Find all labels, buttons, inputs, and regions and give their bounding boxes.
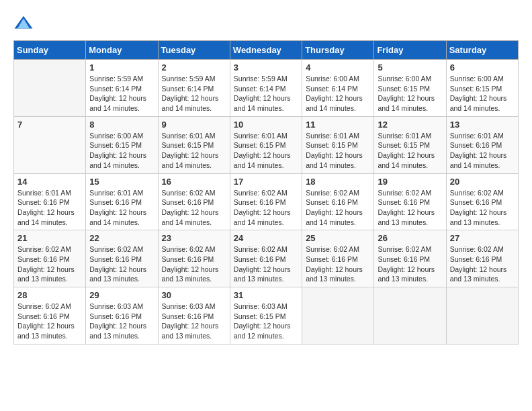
day-info: Sunrise: 6:00 AM Sunset: 6:15 PM Dayligh… <box>450 74 515 113</box>
day-info: Sunrise: 6:02 AM Sunset: 6:16 PM Dayligh… <box>306 188 370 228</box>
day-number: 2 <box>162 62 226 73</box>
day-info: Sunrise: 6:02 AM Sunset: 6:16 PM Dayligh… <box>162 188 226 228</box>
calendar-cell: 14Sunrise: 6:01 AM Sunset: 6:16 PM Dayli… <box>14 173 86 230</box>
calendar-header-friday: Friday <box>374 41 446 60</box>
calendar-cell <box>446 287 518 345</box>
day-info: Sunrise: 6:03 AM Sunset: 6:16 PM Dayligh… <box>162 302 226 341</box>
day-number: 9 <box>162 120 226 130</box>
day-number: 1 <box>89 62 154 73</box>
logo-icon <box>13 13 34 34</box>
day-number: 30 <box>162 290 226 300</box>
day-number: 15 <box>89 177 154 187</box>
day-number: 21 <box>17 233 82 243</box>
calendar-cell: 24Sunrise: 6:02 AM Sunset: 6:16 PM Dayli… <box>230 230 302 287</box>
day-info: Sunrise: 6:02 AM Sunset: 6:16 PM Dayligh… <box>234 244 298 284</box>
day-info: Sunrise: 6:03 AM Sunset: 6:15 PM Dayligh… <box>234 302 298 341</box>
day-number: 25 <box>306 233 370 243</box>
calendar-cell: 15Sunrise: 6:01 AM Sunset: 6:16 PM Dayli… <box>86 173 158 230</box>
calendar-cell: 23Sunrise: 6:02 AM Sunset: 6:16 PM Dayli… <box>158 230 230 287</box>
day-info: Sunrise: 5:59 AM Sunset: 6:14 PM Dayligh… <box>234 74 298 113</box>
calendar-header-saturday: Saturday <box>446 41 518 60</box>
day-info: Sunrise: 6:03 AM Sunset: 6:16 PM Dayligh… <box>89 302 154 341</box>
calendar-cell: 3Sunrise: 5:59 AM Sunset: 6:14 PM Daylig… <box>230 60 302 117</box>
calendar-header-row: SundayMondayTuesdayWednesdayThursdayFrid… <box>14 41 519 60</box>
calendar-cell: 13Sunrise: 6:01 AM Sunset: 6:16 PM Dayli… <box>446 116 518 173</box>
day-number: 7 <box>17 120 82 130</box>
calendar-cell: 8Sunrise: 6:00 AM Sunset: 6:15 PM Daylig… <box>86 116 158 173</box>
day-info: Sunrise: 6:02 AM Sunset: 6:16 PM Dayligh… <box>17 302 82 341</box>
calendar-week-4: 21Sunrise: 6:02 AM Sunset: 6:16 PM Dayli… <box>14 230 519 287</box>
calendar-cell: 27Sunrise: 6:02 AM Sunset: 6:16 PM Dayli… <box>446 230 518 287</box>
day-number: 22 <box>89 233 154 243</box>
day-number: 13 <box>450 120 515 130</box>
calendar-cell: 30Sunrise: 6:03 AM Sunset: 6:16 PM Dayli… <box>158 287 230 345</box>
calendar-cell: 22Sunrise: 6:02 AM Sunset: 6:16 PM Dayli… <box>86 230 158 287</box>
day-number: 24 <box>234 233 298 243</box>
day-info: Sunrise: 5:59 AM Sunset: 6:14 PM Dayligh… <box>89 74 154 113</box>
day-info: Sunrise: 6:01 AM Sunset: 6:15 PM Dayligh… <box>378 131 442 171</box>
calendar-header-sunday: Sunday <box>14 41 86 60</box>
calendar-cell <box>14 60 86 117</box>
day-number: 31 <box>234 290 298 300</box>
day-info: Sunrise: 6:02 AM Sunset: 6:16 PM Dayligh… <box>162 244 226 284</box>
calendar-cell: 28Sunrise: 6:02 AM Sunset: 6:16 PM Dayli… <box>14 287 86 345</box>
day-info: Sunrise: 6:01 AM Sunset: 6:16 PM Dayligh… <box>450 131 515 171</box>
calendar-cell: 11Sunrise: 6:01 AM Sunset: 6:15 PM Dayli… <box>302 116 374 173</box>
calendar-cell: 29Sunrise: 6:03 AM Sunset: 6:16 PM Dayli… <box>86 287 158 345</box>
calendar-cell: 2Sunrise: 5:59 AM Sunset: 6:14 PM Daylig… <box>158 60 230 117</box>
day-number: 17 <box>234 177 298 187</box>
day-info: Sunrise: 5:59 AM Sunset: 6:14 PM Dayligh… <box>162 74 226 113</box>
logo <box>13 13 36 34</box>
day-number: 10 <box>234 120 298 130</box>
day-number: 26 <box>378 233 442 243</box>
day-info: Sunrise: 6:00 AM Sunset: 6:15 PM Dayligh… <box>378 74 442 113</box>
day-info: Sunrise: 6:02 AM Sunset: 6:16 PM Dayligh… <box>378 188 442 228</box>
calendar-cell <box>302 287 374 345</box>
calendar-header-monday: Monday <box>86 41 158 60</box>
calendar-cell: 17Sunrise: 6:02 AM Sunset: 6:16 PM Dayli… <box>230 173 302 230</box>
day-number: 19 <box>378 177 442 187</box>
day-number: 28 <box>17 290 82 300</box>
day-info: Sunrise: 6:02 AM Sunset: 6:16 PM Dayligh… <box>450 244 515 284</box>
calendar-header-wednesday: Wednesday <box>230 41 302 60</box>
day-info: Sunrise: 6:01 AM Sunset: 6:15 PM Dayligh… <box>306 131 370 171</box>
day-number: 4 <box>306 62 370 73</box>
calendar-cell: 5Sunrise: 6:00 AM Sunset: 6:15 PM Daylig… <box>374 60 446 117</box>
calendar-week-2: 78Sunrise: 6:00 AM Sunset: 6:15 PM Dayli… <box>14 116 519 173</box>
calendar-cell: 20Sunrise: 6:02 AM Sunset: 6:16 PM Dayli… <box>446 173 518 230</box>
calendar-cell: 21Sunrise: 6:02 AM Sunset: 6:16 PM Dayli… <box>14 230 86 287</box>
day-number: 5 <box>378 62 442 73</box>
day-number: 12 <box>378 120 442 130</box>
day-info: Sunrise: 6:02 AM Sunset: 6:16 PM Dayligh… <box>89 244 154 284</box>
calendar-week-5: 28Sunrise: 6:02 AM Sunset: 6:16 PM Dayli… <box>14 287 519 345</box>
day-number: 20 <box>450 177 515 187</box>
calendar-cell: 4Sunrise: 6:00 AM Sunset: 6:14 PM Daylig… <box>302 60 374 117</box>
day-info: Sunrise: 6:02 AM Sunset: 6:16 PM Dayligh… <box>234 188 298 228</box>
calendar-cell: 6Sunrise: 6:00 AM Sunset: 6:15 PM Daylig… <box>446 60 518 117</box>
day-info: Sunrise: 6:00 AM Sunset: 6:15 PM Dayligh… <box>89 131 154 171</box>
day-info: Sunrise: 6:01 AM Sunset: 6:16 PM Dayligh… <box>17 188 82 228</box>
day-number: 11 <box>306 120 370 130</box>
calendar-header-tuesday: Tuesday <box>158 41 230 60</box>
day-info: Sunrise: 6:01 AM Sunset: 6:15 PM Dayligh… <box>162 131 226 171</box>
day-info: Sunrise: 6:00 AM Sunset: 6:14 PM Dayligh… <box>306 74 370 113</box>
calendar-cell: 26Sunrise: 6:02 AM Sunset: 6:16 PM Dayli… <box>374 230 446 287</box>
day-info: Sunrise: 6:02 AM Sunset: 6:16 PM Dayligh… <box>17 244 82 284</box>
day-number: 8 <box>89 120 154 130</box>
day-number: 16 <box>162 177 226 187</box>
calendar-cell <box>374 287 446 345</box>
calendar-header-thursday: Thursday <box>302 41 374 60</box>
calendar-cell: 1Sunrise: 5:59 AM Sunset: 6:14 PM Daylig… <box>86 60 158 117</box>
day-info: Sunrise: 6:02 AM Sunset: 6:16 PM Dayligh… <box>450 188 515 228</box>
calendar-cell: 10Sunrise: 6:01 AM Sunset: 6:15 PM Dayli… <box>230 116 302 173</box>
calendar-table: SundayMondayTuesdayWednesdayThursdayFrid… <box>13 40 519 345</box>
day-info: Sunrise: 6:01 AM Sunset: 6:16 PM Dayligh… <box>89 188 154 228</box>
calendar-cell: 31Sunrise: 6:03 AM Sunset: 6:15 PM Dayli… <box>230 287 302 345</box>
day-number: 6 <box>450 62 515 73</box>
day-number: 23 <box>162 233 226 243</box>
calendar-week-3: 14Sunrise: 6:01 AM Sunset: 6:16 PM Dayli… <box>14 173 519 230</box>
calendar-week-1: 1Sunrise: 5:59 AM Sunset: 6:14 PM Daylig… <box>14 60 519 117</box>
day-info: Sunrise: 6:02 AM Sunset: 6:16 PM Dayligh… <box>306 244 370 284</box>
day-info: Sunrise: 6:02 AM Sunset: 6:16 PM Dayligh… <box>378 244 442 284</box>
day-number: 27 <box>450 233 515 243</box>
